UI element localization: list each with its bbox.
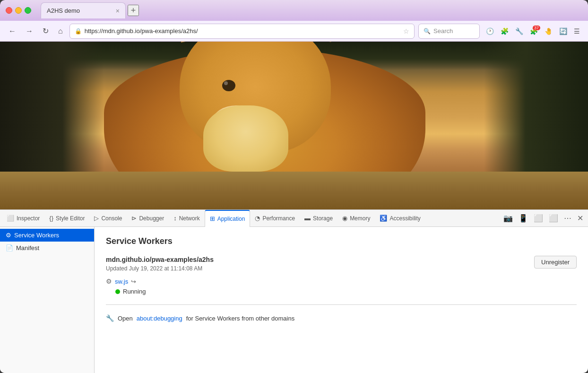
reload-button[interactable]: ↻ (40, 25, 52, 37)
application-icon: ⊞ (210, 215, 215, 222)
home-button[interactable]: ⌂ (55, 25, 66, 37)
devtools-main: Service Workers mdn.github.io/pwa-exampl… (95, 227, 588, 373)
tab-network[interactable]: ↕ Network (169, 210, 205, 227)
inspector-icon: ⬜ (7, 215, 14, 222)
console-icon: ▷ (94, 215, 99, 222)
extensions-button[interactable]: 🧩 (498, 26, 511, 37)
devtools-sidebar: ⚙ Service Workers 📄 Manifest (0, 227, 95, 373)
browser-tab[interactable]: A2HS demo × (41, 2, 126, 18)
devtools-tabs: ⬜ Inspector {} Style Editor ▷ Console ⊳ … (0, 210, 588, 227)
sidebar-item-service-workers[interactable]: ⚙ Service Workers (0, 229, 94, 242)
menu-button[interactable]: ☰ (571, 26, 582, 37)
sw-divider (106, 304, 577, 305)
lock-icon: 🔒 (75, 28, 82, 35)
tab-storage[interactable]: ▬ Storage (300, 210, 337, 227)
sidebar-manifest-label: Manifest (16, 244, 39, 252)
responsive-button[interactable]: 📱 (516, 212, 531, 225)
tab-performance[interactable]: ◔ Performance (250, 210, 300, 227)
address-bar[interactable]: 🔒 https://mdn.github.io/pwa-examples/a2h… (69, 24, 415, 39)
sw-filename[interactable]: sw.js (115, 278, 128, 285)
page-title: Service Workers (106, 236, 577, 246)
service-workers-icon: ⚙ (6, 232, 11, 239)
tab-console[interactable]: ▷ Console (89, 210, 127, 227)
status-dot (115, 289, 120, 294)
tab-debugger[interactable]: ⊳ Debugger (127, 210, 169, 227)
close-button[interactable] (6, 7, 12, 14)
sw-debug-row: 🔧 Open about:debugging for Service Worke… (106, 314, 577, 322)
network-icon: ↕ (173, 215, 177, 222)
performance-icon: ◔ (255, 215, 260, 222)
tab-application-label: Application (217, 216, 245, 222)
tab-accessibility-label: Accessibility (389, 215, 420, 222)
devtools-button[interactable]: 🔧 (513, 26, 526, 37)
fullscreen-button[interactable] (25, 7, 31, 14)
addons-button[interactable]: 🧩 37 (527, 26, 540, 37)
manifest-icon: 📄 (6, 244, 13, 252)
tab-memory-label: Memory (350, 215, 370, 222)
devtools-panel: ⬜ Inspector {} Style Editor ▷ Console ⊳ … (0, 209, 588, 373)
debugger-icon: ⊳ (131, 215, 137, 222)
tab-storage-label: Storage (313, 215, 333, 222)
tab-memory[interactable]: ◉ Memory (337, 210, 375, 227)
fox-eye (222, 80, 235, 91)
tab-inspector-label: Inspector (17, 215, 40, 222)
tab-title: A2HS demo (47, 7, 112, 14)
unregister-button[interactable]: Unregister (534, 256, 577, 269)
close-devtools-button[interactable]: ✕ (574, 212, 586, 225)
sidebar-service-workers-label: Service Workers (14, 232, 59, 239)
sw-updated: Updated July 19, 2022 at 11:14:08 AM (106, 265, 214, 272)
search-icon: 🔍 (424, 28, 431, 35)
tab-style-editor-label: Style Editor (56, 215, 85, 222)
devtools-content: ⚙ Service Workers 📄 Manifest Service Wor… (0, 227, 588, 373)
bookmark-icon[interactable]: ☆ (403, 27, 409, 35)
fox-image (0, 42, 588, 209)
tab-accessibility[interactable]: ♿ Accessibility (375, 210, 425, 227)
forward-button[interactable]: → (23, 25, 36, 37)
sw-status-row: Running (115, 288, 214, 295)
status-text: Running (123, 288, 146, 295)
accessibility-icon: ♿ (380, 215, 387, 222)
more-button[interactable]: ⋯ (561, 212, 574, 225)
new-tab-button[interactable]: + (128, 5, 139, 16)
fox-chest (203, 105, 288, 172)
sw-arrow: ↪ (131, 278, 136, 285)
tab-style-editor[interactable]: {} Style Editor (44, 210, 89, 227)
title-bar: A2HS demo × + (0, 0, 588, 21)
tab-close-button[interactable]: × (116, 7, 120, 15)
tab-debugger-label: Debugger (139, 215, 164, 222)
sw-domain: mdn.github.io/pwa-examples/a2hs (106, 256, 214, 263)
minimize-button[interactable] (15, 7, 22, 14)
worker-icon: ⚙ (106, 278, 112, 285)
split-button[interactable]: ⬜ (531, 212, 546, 225)
sand-ground (0, 172, 588, 209)
history-button[interactable]: 🕐 (484, 26, 496, 37)
sw-info-left: mdn.github.io/pwa-examples/a2hs Updated … (106, 256, 214, 295)
sw-info-row: mdn.github.io/pwa-examples/a2hs Updated … (106, 256, 577, 295)
nav-bar: ← → ↻ ⌂ 🔒 https://mdn.github.io/pwa-exam… (0, 21, 588, 42)
wrench-icon: 🔧 (106, 314, 114, 322)
debug-open-text: Open (118, 315, 133, 322)
sidebar-item-manifest[interactable]: 📄 Manifest (0, 242, 94, 254)
tab-application[interactable]: ⊞ Application (205, 210, 251, 227)
traffic-lights (6, 7, 31, 14)
addon-badge: 37 (533, 26, 540, 30)
style-editor-icon: {} (49, 215, 53, 222)
search-bar[interactable]: 🔍 Search (418, 24, 480, 39)
memory-icon: ◉ (342, 215, 347, 222)
tab-bar: A2HS demo × + (41, 2, 582, 18)
page-content (0, 42, 588, 209)
url-text: https://mdn.github.io/pwa-examples/a2hs/ (85, 27, 400, 35)
nav-icons: 🕐 🧩 🔧 🧩 37 🤚 🔄 ☰ (484, 26, 582, 37)
firefox-sync-button[interactable]: 🔄 (557, 26, 570, 37)
tab-inspector[interactable]: ⬜ Inspector (2, 210, 44, 227)
hand-button[interactable]: 🤚 (542, 26, 555, 37)
search-placeholder: Search (433, 27, 453, 35)
about-debugging-link[interactable]: about:debugging (137, 315, 182, 322)
screenshot-button[interactable]: 📷 (501, 212, 516, 225)
debug-suffix-text: for Service Workers from other domains (186, 315, 295, 322)
tab-performance-label: Performance (262, 215, 295, 222)
tab-console-label: Console (101, 215, 122, 222)
sw-worker-row: ⚙ sw.js ↪ (106, 278, 214, 285)
dock-button[interactable]: ⬜ (546, 212, 561, 225)
back-button[interactable]: ← (6, 25, 19, 37)
